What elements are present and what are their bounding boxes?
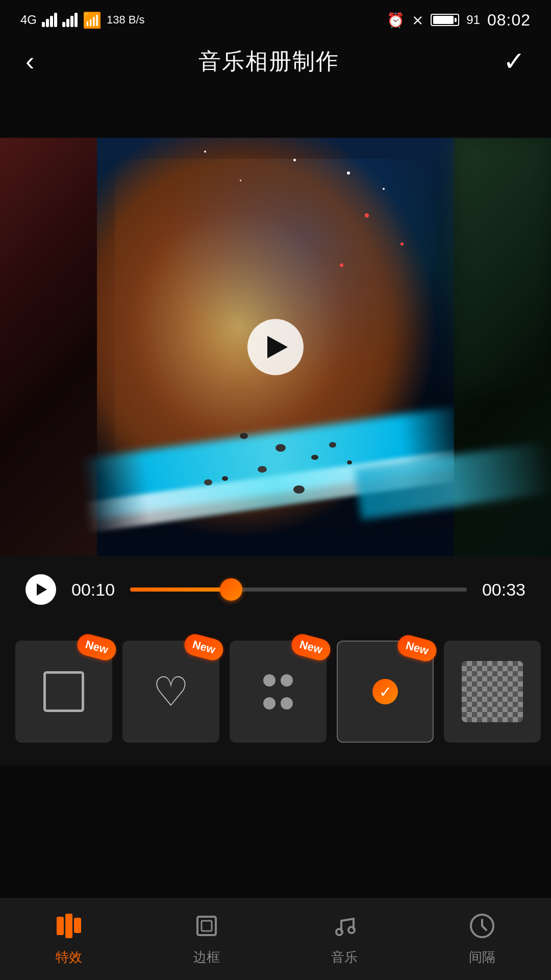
time-display: 08:02	[487, 11, 531, 30]
signal-icon-2	[62, 13, 78, 27]
play-small-button[interactable]	[26, 574, 56, 605]
new-badge-4: New	[395, 633, 439, 664]
effect-item-1[interactable]: New	[15, 641, 112, 743]
svg-rect-0	[57, 917, 64, 935]
progress-track	[130, 587, 467, 592]
battery-tip	[455, 18, 457, 22]
svg-rect-2	[74, 918, 81, 933]
nav-interval[interactable]: 间隔	[469, 913, 495, 966]
video-preview	[0, 138, 551, 556]
battery-fill	[433, 16, 454, 24]
progress-fill	[130, 587, 231, 592]
bluetooth-icon: ⨯	[412, 12, 423, 29]
svg-rect-3	[197, 917, 216, 935]
effect-item-4[interactable]: New ✓	[337, 641, 434, 743]
interval-icon	[469, 913, 495, 943]
play-button[interactable]	[247, 319, 304, 375]
status-right: ⏰ ⨯ 91 08:02	[387, 11, 531, 30]
nav-music[interactable]: 音乐	[331, 913, 358, 966]
time-current: 00:10	[71, 580, 115, 600]
back-button[interactable]: ‹	[26, 48, 34, 75]
svg-rect-1	[65, 914, 72, 938]
effect-item-3[interactable]: New	[230, 641, 327, 743]
music-label: 音乐	[331, 948, 358, 966]
time-total: 00:33	[482, 580, 525, 600]
status-left: 4G 📶 138 B/s	[20, 11, 145, 29]
alarm-icon: ⏰	[387, 12, 405, 29]
square-icon	[43, 671, 84, 712]
selected-check-icon: ✓	[372, 679, 398, 704]
dots-icon	[258, 671, 298, 712]
page-title: 音乐相册制作	[198, 46, 339, 77]
effects-area: New New ♡ New New ✓	[0, 623, 551, 766]
checkered-pattern	[462, 661, 523, 722]
border-icon	[193, 913, 220, 943]
confirm-button[interactable]: ✓	[503, 46, 525, 77]
battery-icon	[431, 14, 459, 26]
border-label: 边框	[193, 948, 220, 966]
progress-thumb[interactable]	[220, 578, 242, 601]
effects-icon	[56, 913, 82, 943]
video-spacer	[0, 87, 551, 138]
network-label: 4G	[20, 13, 37, 27]
new-badge-1: New	[75, 632, 118, 663]
nav-border[interactable]: 边框	[193, 913, 220, 966]
effects-label: 特效	[56, 948, 82, 966]
effect-item-2[interactable]: New ♡	[122, 641, 219, 743]
heart-icon: ♡	[153, 668, 189, 716]
header: ‹ 音乐相册制作 ✓	[0, 36, 551, 87]
wifi-icon: 📶	[83, 11, 102, 29]
signal-icon	[42, 13, 57, 27]
play-small-icon	[37, 583, 47, 596]
speed-label: 138 B/s	[107, 13, 145, 27]
play-triangle-icon	[267, 336, 288, 358]
svg-rect-4	[202, 921, 212, 931]
effect-item-5[interactable]	[444, 641, 541, 743]
bottom-nav: 特效 边框 音乐 间隔	[0, 898, 551, 980]
interval-label: 间隔	[469, 948, 495, 966]
status-bar: 4G 📶 138 B/s ⏰ ⨯ 91 08:02	[0, 0, 551, 36]
music-icon	[331, 913, 358, 943]
nav-effects[interactable]: 特效	[56, 913, 82, 966]
svg-point-6	[348, 927, 355, 933]
panel-right	[454, 138, 551, 556]
new-badge-2: New	[182, 632, 226, 663]
progress-bar[interactable]	[130, 587, 467, 592]
new-badge-3: New	[289, 632, 333, 663]
controls-area: 00:10 00:33	[0, 556, 551, 623]
svg-point-5	[336, 929, 342, 935]
battery-percent: 91	[466, 13, 480, 27]
